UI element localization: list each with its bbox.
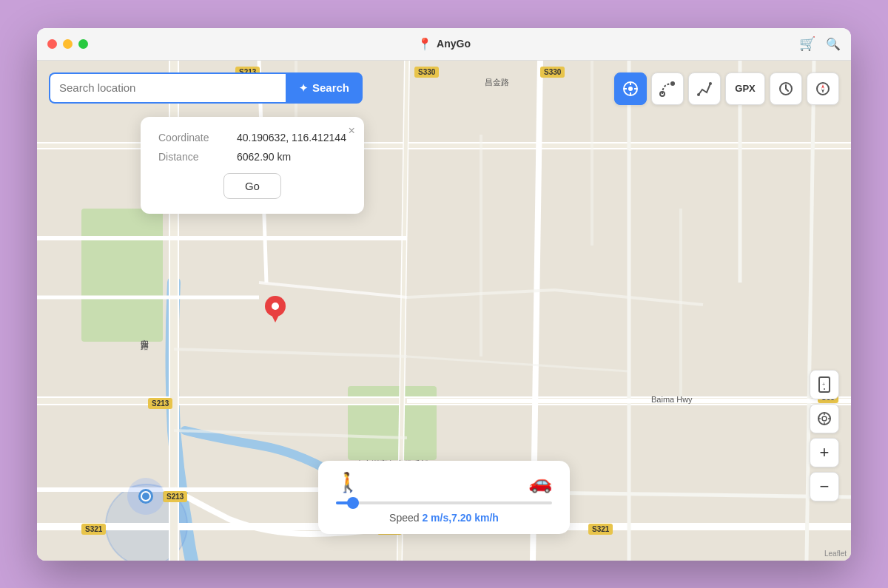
svg-point-34 [272, 303, 279, 310]
phone-button[interactable]: + [810, 370, 839, 399]
svg-point-45 [709, 82, 712, 85]
gpx-label: GPX [735, 83, 755, 94]
app-title: AnyGo [437, 38, 471, 50]
svg-text:+: + [822, 382, 825, 387]
titlebar: 📍 AnyGo 🛒 🔍 [37, 28, 851, 61]
svg-marker-48 [821, 84, 824, 89]
distance-value: 6062.90 km [237, 151, 291, 163]
road-badge-s213-mid: S213 [148, 398, 172, 409]
road-badge-s321-right: S321 [588, 524, 613, 535]
speed-text: Speed 2 m/s,7.20 km/h [336, 512, 552, 524]
location-dot [127, 478, 164, 515]
coordinate-label: Coordinate [158, 132, 225, 143]
car-icon: 🚗 [528, 471, 552, 494]
zoom-out-label: − [820, 477, 830, 496]
go-button[interactable]: Go [223, 173, 281, 199]
speed-slider[interactable] [336, 501, 552, 504]
tool-history[interactable] [770, 72, 802, 105]
toolbar: GPX [614, 72, 839, 105]
search-icon[interactable]: 🔍 [826, 37, 841, 51]
speed-label: Speed [389, 512, 419, 524]
walk-icon: 🚶 [336, 471, 360, 494]
map-container[interactable]: S213 S330 S330 昌金路 安四路 S213 Baima Hwy S3… [37, 61, 851, 561]
svg-point-41 [628, 87, 633, 91]
svg-point-54 [822, 416, 827, 421]
cart-icon[interactable]: 🛒 [799, 36, 815, 52]
search-button[interactable]: ✦ Search [286, 72, 363, 104]
search-bar: Пекин, Китай ✦ Search [49, 72, 363, 104]
distance-row: Distance 6062.90 km [158, 151, 346, 163]
info-popup: × Coordinate 40.190632, 116.412144 Dista… [141, 117, 364, 214]
maximize-dot[interactable] [78, 39, 88, 49]
slider-thumb [347, 497, 359, 509]
map-pin[interactable] [265, 296, 286, 327]
road-badge-s330-2: S330 [540, 67, 565, 78]
road-label-baima: Baima Hwy [651, 395, 693, 404]
tool-locate[interactable] [614, 72, 647, 105]
tool-compass[interactable] [807, 72, 839, 105]
zoom-in-button[interactable]: + [810, 438, 839, 467]
search-input[interactable]: Пекин, Китай [49, 72, 286, 104]
search-btn-icon: ✦ [299, 82, 308, 94]
svg-point-43 [670, 81, 675, 86]
minimize-dot[interactable] [63, 39, 73, 49]
titlebar-actions: 🛒 🔍 [799, 36, 841, 52]
road-label-ansi: 安四路 [139, 333, 150, 337]
road-badge-s330-1: S330 [414, 67, 439, 78]
speed-panel: 🚶 🚗 Speed 2 m/s,7.20 km/h [318, 461, 570, 534]
svg-marker-49 [821, 89, 824, 93]
speed-icons: 🚶 🚗 [336, 471, 552, 494]
pin-icon: 📍 [417, 37, 432, 51]
svg-rect-1 [81, 209, 163, 342]
leaflet-credit: Leaflet [824, 550, 847, 558]
tool-route1[interactable] [651, 72, 684, 105]
zoom-in-label: + [820, 443, 830, 462]
distance-label: Distance [158, 151, 225, 163]
svg-marker-35 [270, 312, 280, 322]
road-label-changjin: 昌金路 [485, 77, 509, 88]
coordinate-row: Coordinate 40.190632, 116.412144 [158, 132, 346, 143]
popup-close-button[interactable]: × [349, 124, 355, 138]
zoom-out-button[interactable]: − [810, 472, 839, 501]
traffic-lights [47, 39, 88, 49]
road-badge-s213-bot: S213 [163, 491, 187, 502]
app-window: 📍 AnyGo 🛒 🔍 [37, 28, 851, 561]
slider-track [336, 501, 552, 504]
search-btn-label: Search [312, 81, 349, 94]
svg-point-44 [697, 93, 700, 96]
tool-route2[interactable] [688, 72, 721, 105]
road-badge-s321-left: S321 [81, 524, 106, 535]
tool-gpx[interactable]: GPX [725, 72, 765, 105]
gps-button[interactable] [810, 404, 839, 433]
app-title-area: 📍 AnyGo [417, 37, 471, 51]
right-controls: + + − [810, 370, 839, 501]
close-dot[interactable] [47, 39, 57, 49]
speed-value: 2 m/s,7.20 km/h [422, 512, 499, 524]
coordinate-value: 40.190632, 116.412144 [237, 132, 346, 143]
